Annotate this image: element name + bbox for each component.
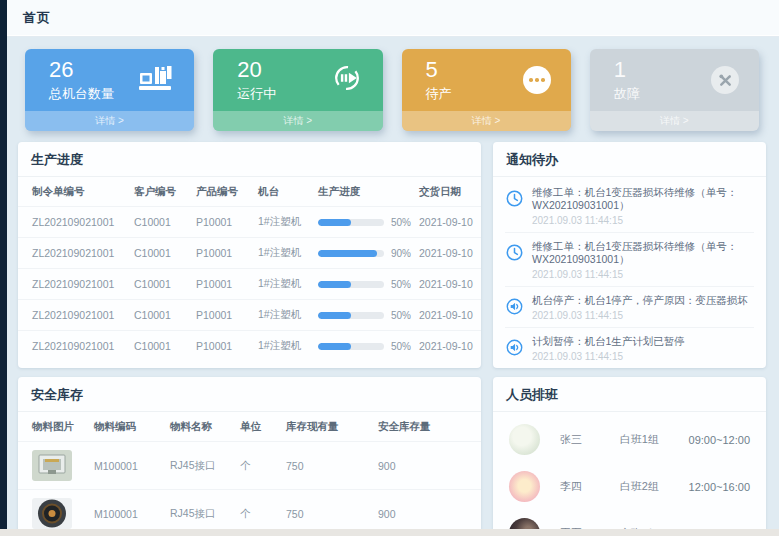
progress-percent: 90% — [391, 248, 411, 259]
col-material-image: 物料图片 — [18, 412, 90, 442]
notice-time: 2021.09.03 11:44:15 — [532, 310, 748, 321]
col-safety: 安全库存量 — [374, 412, 481, 442]
safety-stock-title: 安全库存 — [18, 377, 481, 412]
staff-shift: 白班2组 — [620, 479, 689, 494]
notice-body: 机台停产：机台1停产，停产原因：变压器损坏 2021.09.03 11:44:1… — [532, 294, 748, 321]
production-progress-panel: 生产进度 制令单编号 客户编号 产品编号 机台 生产进度 交货日期 — [18, 142, 481, 368]
notice-item[interactable]: 维修工单：机台1变压器损坏待维修（单号：WX202109031001） 2021… — [505, 233, 754, 287]
tools-icon — [711, 66, 739, 94]
card-waiting[interactable]: 5 待产 详情 > — [402, 49, 571, 131]
avatar — [509, 471, 540, 502]
cell-progress: 50% — [314, 269, 415, 300]
progress-percent: 50% — [391, 217, 411, 228]
cell-date: 2021-09-10 — [415, 238, 481, 269]
card-running-text: 20 运行中 — [237, 58, 276, 103]
waiting-detail-link[interactable]: 详情 > — [402, 111, 571, 131]
cell-machine: 1#注塑机 — [254, 238, 314, 269]
cell-customer: C10001 — [130, 331, 192, 362]
collapsed-sidebar[interactable] — [0, 0, 7, 529]
col-date: 交货日期 — [415, 177, 481, 207]
card-waiting-body: 5 待产 — [402, 49, 571, 111]
card-total-machines-text: 26 总机台数量 — [49, 58, 114, 103]
schedule-row: 张三 白班1组 09:00~12:00 — [509, 416, 750, 463]
ellipsis-icon — [523, 66, 551, 94]
tab-home[interactable]: 首页 — [23, 9, 51, 27]
notices-panel: 通知待办 维修工单：机台1变压器损坏待维修（单号：WX202109031001）… — [493, 142, 766, 368]
notice-item[interactable]: 维修工单：机台1变压器损坏待维修（单号：WX202109031001） 2021… — [505, 179, 754, 233]
fault-value: 1 — [614, 58, 640, 82]
notice-time: 2021.09.03 11:44:15 — [532, 351, 685, 362]
cell-machine: 1#注塑机 — [254, 331, 314, 362]
cell-product: P10001 — [192, 238, 254, 269]
total-machines-detail-link[interactable]: 详情 > — [25, 111, 194, 131]
progress-bar — [318, 281, 384, 288]
staff-schedule-panel: 人员排班 张三 白班1组 09:00~12:00 李四 白班2组 12:00~1… — [493, 377, 766, 536]
progress-bar — [318, 343, 384, 350]
cell-progress: 90% — [314, 238, 415, 269]
running-value: 20 — [237, 58, 276, 82]
cell-customer: C10001 — [130, 238, 192, 269]
notice-body: 计划暂停：机台1生产计划已暂停 2021.09.03 11:44:15 — [532, 335, 685, 362]
notice-time: 2021.09.03 11:44:15 — [532, 215, 754, 226]
fault-label: 故障 — [614, 85, 640, 103]
col-material-name: 物料名称 — [166, 412, 236, 442]
production-header-row: 制令单编号 客户编号 产品编号 机台 生产进度 交货日期 — [18, 177, 481, 207]
card-fault-body: 1 故障 — [590, 49, 759, 111]
running-icon — [331, 62, 363, 98]
cell-date: 2021-09-10 — [415, 331, 481, 362]
cell-order: ZL202109021001 — [18, 207, 130, 238]
notice-body: 维修工单：机台1变压器损坏待维修（单号：WX202109031001） 2021… — [532, 240, 754, 280]
notice-text: 维修工单：机台1变压器损坏待维修（单号：WX202109031001） — [532, 240, 754, 266]
production-row: ZL202109021001 C10001 P10001 1#注塑机 50% 2… — [18, 300, 481, 331]
window-bottom-edge — [0, 529, 779, 536]
clock-icon — [505, 186, 524, 226]
production-row: ZL202109021001 C10001 P10001 1#注塑机 50% 2… — [18, 269, 481, 300]
cell-customer: C10001 — [130, 300, 192, 331]
progress-bar — [318, 312, 384, 319]
round-speaker-image — [32, 498, 72, 529]
running-detail-link[interactable]: 详情 > — [213, 111, 382, 131]
notice-item[interactable]: 机台停产：机台1停产，停产原因：变压器损坏 2021.09.03 11:44:1… — [505, 287, 754, 328]
cell-customer: C10001 — [130, 207, 192, 238]
col-customer: 客户编号 — [130, 177, 192, 207]
cell-date: 2021-09-10 — [415, 207, 481, 238]
cell-machine: 1#注塑机 — [254, 269, 314, 300]
production-progress-title: 生产进度 — [18, 142, 481, 177]
running-label: 运行中 — [237, 85, 276, 103]
progress-percent: 50% — [391, 279, 411, 290]
card-fault-text: 1 故障 — [614, 58, 640, 103]
notice-text: 维修工单：机台1变压器损坏待维修（单号：WX202109031001） — [532, 186, 754, 212]
speaker-icon — [505, 335, 524, 362]
notices-title: 通知待办 — [493, 142, 766, 177]
fault-detail-link[interactable]: 详情 > — [590, 111, 759, 131]
cell-material-image — [18, 442, 90, 490]
main-content: 26 总机台数量 — [7, 36, 779, 536]
card-fault[interactable]: 1 故障 详情 > — [590, 49, 759, 131]
safety-stock-panel: 安全库存 物料图片 物料编码 物料名称 单位 库存现有量 安全库存量 — [18, 377, 481, 536]
cell-date: 2021-09-10 — [415, 300, 481, 331]
card-total-machines[interactable]: 26 总机台数量 — [25, 49, 194, 131]
stat-cards-row: 26 总机台数量 — [25, 49, 759, 131]
progress-percent: 50% — [391, 310, 411, 321]
inventory-row: M100001 RJ45接口 个 750 900 — [18, 442, 481, 490]
speaker-icon — [505, 294, 524, 321]
col-order: 制令单编号 — [18, 177, 130, 207]
staff-schedule-title: 人员排班 — [493, 377, 766, 412]
production-table: 制令单编号 客户编号 产品编号 机台 生产进度 交货日期 ZL202109021… — [18, 177, 481, 362]
cell-date: 2021-09-10 — [415, 269, 481, 300]
card-total-machines-body: 26 总机台数量 — [25, 49, 194, 111]
cell-product: P10001 — [192, 207, 254, 238]
staff-shift: 白班1组 — [620, 432, 689, 447]
staff-time: 09:00~12:00 — [689, 434, 750, 446]
schedule-row: 李四 白班2组 12:00~16:00 — [509, 463, 750, 510]
total-machines-label: 总机台数量 — [49, 85, 114, 103]
notice-item[interactable]: 计划暂停：机台1生产计划已暂停 2021.09.03 11:44:15 — [505, 328, 754, 368]
production-row: ZL202109021001 C10001 P10001 1#注塑机 50% 2… — [18, 207, 481, 238]
middle-row: 生产进度 制令单编号 客户编号 产品编号 机台 生产进度 交货日期 — [18, 142, 766, 368]
progress-bar — [318, 219, 384, 226]
waiting-value: 5 — [426, 58, 452, 82]
cell-customer: C10001 — [130, 269, 192, 300]
cell-product: P10001 — [192, 300, 254, 331]
card-running[interactable]: 20 运行中 详情 > — [213, 49, 382, 131]
col-unit: 单位 — [236, 412, 282, 442]
